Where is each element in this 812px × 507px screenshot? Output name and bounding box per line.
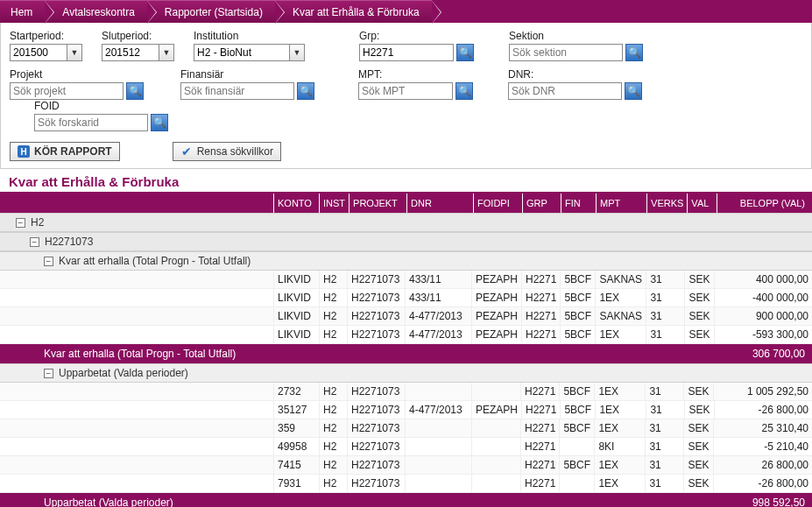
collapse-icon[interactable]: − [16,218,25,228]
foid-search-icon[interactable]: 🔍 [151,114,168,131]
cell: 1EX [594,456,645,474]
cell [405,475,471,492]
cell: SAKNAS [595,271,646,288]
cell: LIKVID [273,326,319,343]
cell [471,475,520,492]
slutperiod-dropdown-icon[interactable]: ▼ [159,44,174,61]
slutperiod-select[interactable] [102,44,159,61]
filter-panel: Startperiod: ▼ Slutperiod: ▼ Institution… [0,23,812,169]
table-row[interactable]: 7415H2H2271073H22715BCF1EX31SEK26 800,00 [0,456,812,475]
mpt-input[interactable] [358,82,453,100]
dnr-input[interactable] [508,82,622,100]
dnr-search-icon[interactable]: 🔍 [625,82,642,100]
col-verks[interactable]: VERKS [646,194,687,213]
col-val[interactable]: VAL [687,194,717,213]
table-row[interactable]: LIKVIDH2H2271073433/11PEZAPHH22715BCF1EX… [0,289,812,307]
projekt-input[interactable] [10,82,124,100]
cell: 5BCF [559,383,594,400]
cell [405,438,471,455]
group-row-projekt[interactable]: − H2271073 [0,232,812,251]
table-row[interactable]: 7931H2H2271073H22711EX31SEK-26 800,00 [0,475,812,493]
cell: 2732 [273,383,319,400]
crumb-hem[interactable]: Hem [0,0,45,23]
grp-input[interactable] [359,44,454,61]
col-mpt[interactable]: MPT [596,194,646,213]
col-konto[interactable]: KONTO [273,194,319,213]
grp-search-icon[interactable]: 🔍 [456,44,474,61]
cell [405,383,471,400]
cell: H2 [319,401,347,419]
group-label: Upparbetat (Valda perioder) [59,367,188,379]
cell: H2271073 [347,456,405,474]
cell: H2271073 [347,271,405,288]
cell: H2271073 [347,307,405,325]
col-fin[interactable]: FIN [561,194,596,213]
col-dnr[interactable]: DNR [406,194,473,213]
collapse-icon[interactable]: − [30,237,39,247]
col-projekt[interactable]: PROJEKT [349,194,406,213]
group-row-upparbetat[interactable]: − Upparbetat (Valda perioder) [0,363,812,383]
cell: H2271073 [347,401,405,419]
institution-dropdown-icon[interactable]: ▼ [289,44,305,61]
report-title: Kvar att Erhålla & Förbruka [0,169,812,194]
cell: 433/11 [405,271,471,288]
startperiod-select[interactable] [10,44,67,61]
table-row[interactable]: 35127H2H22710734-477/2013PEZAPHH22715BCF… [0,401,812,419]
run-report-button[interactable]: H KÖR RAPPORT [10,142,120,161]
crumb-kvar[interactable]: Kvar att Erhålla & Förbruka [275,0,432,23]
projekt-search-icon[interactable]: 🔍 [126,82,144,100]
crumb-rapporter[interactable]: Rapporter (Startsida) [147,0,275,23]
sektion-input[interactable] [509,44,623,61]
crumb-avtalsreskontra[interactable]: Avtalsreskontra [45,0,146,23]
cell [0,456,273,474]
col-foidpi[interactable]: FOIDPI [473,194,522,213]
cell [0,271,273,288]
group-row-erhalla[interactable]: − Kvar att erhalla (Total Progn - Total … [0,251,812,271]
clear-filters-label: Rensa sökvillkor [197,145,273,158]
collapse-icon[interactable]: − [44,369,53,378]
table-row[interactable]: 359H2H2271073H22715BCF1EX31SEK25 310,40 [0,419,812,438]
cell: 31 [646,271,684,288]
projekt-label: Projekt [10,68,144,81]
cell: 8KI [594,438,645,455]
table-row[interactable]: LIKVIDH2H22710734-477/2013PEZAPHH22715BC… [0,307,812,326]
cell: -26 800,00 [713,475,812,492]
cell: 1EX [594,383,645,400]
cell: 1EX [594,475,645,492]
cell: 1 005 292,50 [713,383,812,400]
cell: SEK [684,289,714,306]
cell: H2271 [520,419,559,437]
cell: PEZAPH [471,289,521,306]
table-row[interactable]: LIKVIDH2H2271073433/11PEZAPHH22715BCFSAK… [0,271,812,289]
collapse-icon[interactable]: − [44,257,53,266]
cell: H2271 [521,307,560,325]
cell: SEK [683,438,713,455]
cell: 359 [273,419,319,437]
table-row[interactable]: 2732H2H2271073H22715BCF1EX31SEK1 005 292… [0,383,812,401]
mpt-label: MPT: [358,68,473,81]
institution-select[interactable] [194,44,290,61]
clear-filters-button[interactable]: ✔ Rensa sökvillkor [173,142,281,161]
sektion-search-icon[interactable]: 🔍 [625,44,643,61]
cell: 5BCF [559,419,594,437]
cell: H2271 [520,456,559,474]
mpt-search-icon[interactable]: 🔍 [455,82,473,100]
col-belopp[interactable]: BELOPP (VAL) [717,194,812,213]
startperiod-dropdown-icon[interactable]: ▼ [67,44,82,61]
col-grp[interactable]: GRP [522,194,561,213]
report-grid: KONTO INST PROJEKT DNR FOIDPI GRP FIN MP… [0,194,812,507]
slutperiod-label: Slutperiod: [102,30,174,42]
col-inst[interactable]: INST [319,194,349,213]
table-row[interactable]: 49958H2H2271073H22718KI31SEK-5 210,40 [0,438,812,456]
foid-input[interactable] [34,114,148,131]
group-row-h2[interactable]: − H2 [0,213,812,232]
finansiar-input[interactable] [180,82,294,100]
cell: 5BCF [559,456,594,474]
col-blank [0,194,273,213]
table-row[interactable]: LIKVIDH2H22710734-477/2013PEZAPHH22715BC… [0,326,812,344]
cell [471,419,520,437]
finansiar-search-icon[interactable]: 🔍 [297,82,314,100]
cell: H2271 [521,289,560,306]
dnr-label: DNR: [508,68,642,81]
cell [0,419,273,437]
